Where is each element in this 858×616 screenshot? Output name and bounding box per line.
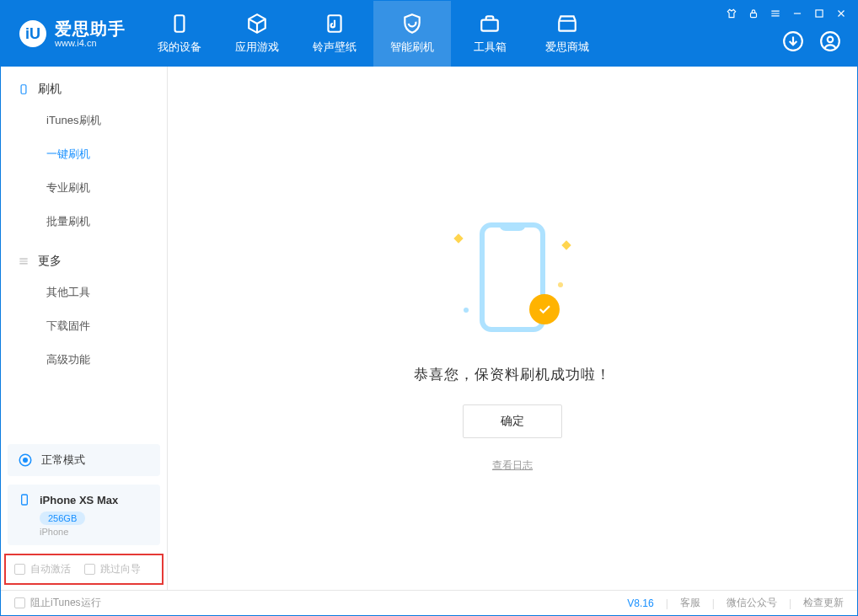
main-content: 恭喜您，保资料刷机成功啦！ 确定 查看日志 — [168, 67, 857, 590]
version-label: V8.16 — [627, 597, 653, 609]
device-card[interactable]: iPhone XS Max 256GB iPhone — [8, 485, 160, 545]
sidebar-section-more: 更多 — [1, 238, 167, 276]
sidebar-item-oneclick-flash[interactable]: 一键刷机 — [1, 137, 167, 171]
device-mode[interactable]: 正常模式 — [8, 444, 160, 476]
checkbox-label: 自动激活 — [30, 562, 71, 576]
download-button[interactable] — [780, 29, 806, 54]
header: iU 爱思助手 www.i4.cn 我的设备 应用游戏 铃声壁纸 智能刷机 工具… — [1, 1, 857, 67]
footer-link-support[interactable]: 客服 — [680, 596, 700, 610]
cube-icon — [246, 13, 268, 35]
tab-apps[interactable]: 应用游戏 — [218, 1, 296, 67]
toolbox-icon — [479, 13, 501, 35]
sidebar-item-advanced[interactable]: 高级功能 — [1, 343, 167, 377]
tab-my-device[interactable]: 我的设备 — [141, 1, 218, 67]
tab-label: 工具箱 — [474, 40, 507, 55]
music-file-icon — [324, 13, 346, 35]
flash-options: 自动激活 跳过向导 — [4, 554, 164, 585]
maximize-button[interactable] — [812, 7, 826, 20]
svg-point-8 — [828, 37, 834, 43]
phone-icon — [18, 493, 31, 506]
check-badge-icon — [529, 294, 560, 324]
checkbox-icon — [14, 597, 25, 608]
svg-point-11 — [24, 458, 28, 463]
lock-icon[interactable] — [747, 7, 760, 20]
user-button[interactable] — [818, 29, 843, 54]
sidebar-item-other-tools[interactable]: 其他工具 — [1, 276, 167, 309]
app-site: www.i4.cn — [55, 38, 126, 48]
device-name: iPhone XS Max — [40, 494, 118, 506]
svg-rect-2 — [481, 20, 498, 31]
checkbox-skip-guide[interactable]: 跳过向导 — [84, 562, 141, 576]
mode-label: 正常模式 — [41, 453, 85, 468]
device-icon — [18, 83, 29, 95]
footer-link-update[interactable]: 检查更新 — [803, 596, 844, 610]
tab-label: 我的设备 — [158, 40, 201, 55]
checkbox-label: 阻止iTunes运行 — [30, 596, 101, 610]
svg-rect-5 — [816, 10, 823, 17]
section-title: 刷机 — [38, 82, 62, 97]
sidebar-item-batch-flash[interactable]: 批量刷机 — [1, 205, 167, 238]
svg-rect-3 — [559, 21, 576, 31]
checkbox-auto-activate[interactable]: 自动激活 — [14, 562, 71, 576]
tab-store[interactable]: 爱思商城 — [528, 1, 606, 67]
store-icon — [556, 13, 578, 35]
app-title: 爱思助手 — [55, 19, 126, 38]
view-log-link[interactable]: 查看日志 — [492, 458, 533, 473]
checkbox-icon — [14, 564, 25, 575]
tab-label: 爱思商城 — [545, 40, 589, 55]
header-actions — [780, 29, 843, 54]
logo-area: iU 爱思助手 www.i4.cn — [1, 1, 141, 67]
checkbox-block-itunes[interactable]: 阻止iTunes运行 — [14, 596, 101, 610]
tab-ringtones[interactable]: 铃声壁纸 — [296, 1, 373, 67]
sidebar-section-flash: 刷机 — [1, 67, 167, 104]
footer-link-wechat[interactable]: 微信公众号 — [727, 596, 777, 610]
shirt-icon[interactable] — [725, 7, 738, 20]
success-illustration — [437, 210, 588, 345]
close-button[interactable] — [834, 7, 848, 20]
menu-icon[interactable] — [769, 7, 782, 20]
phone-icon — [169, 13, 190, 35]
sidebar-item-itunes-flash[interactable]: iTunes刷机 — [1, 104, 167, 137]
shield-refresh-icon — [401, 13, 423, 35]
nav-tabs: 我的设备 应用游戏 铃声壁纸 智能刷机 工具箱 爱思商城 — [141, 1, 606, 67]
checkbox-icon — [84, 564, 95, 575]
footer: 阻止iTunes运行 V8.16 | 客服 | 微信公众号 | 检查更新 — [1, 590, 857, 615]
svg-rect-4 — [751, 13, 757, 17]
svg-rect-12 — [22, 495, 28, 505]
window-controls — [725, 7, 848, 20]
sidebar-item-pro-flash[interactable]: 专业刷机 — [1, 171, 167, 205]
svg-rect-9 — [21, 85, 26, 94]
device-type: iPhone — [40, 527, 150, 537]
tab-label: 应用游戏 — [235, 40, 279, 55]
mode-icon — [18, 453, 33, 468]
success-message: 恭喜您，保资料刷机成功啦！ — [414, 365, 611, 384]
tab-flash[interactable]: 智能刷机 — [373, 1, 451, 67]
tab-label: 铃声壁纸 — [313, 40, 357, 55]
device-capacity: 256GB — [40, 512, 85, 525]
svg-rect-0 — [175, 15, 185, 32]
tab-label: 智能刷机 — [390, 40, 434, 55]
ok-button[interactable]: 确定 — [463, 404, 562, 438]
minimize-button[interactable] — [791, 7, 804, 20]
app-logo-icon: iU — [19, 20, 46, 47]
sidebar: 刷机 iTunes刷机 一键刷机 专业刷机 批量刷机 更多 其他工具 下载固件 … — [1, 67, 168, 590]
checkbox-label: 跳过向导 — [100, 562, 141, 576]
list-icon — [18, 255, 29, 267]
tab-toolbox[interactable]: 工具箱 — [451, 1, 528, 67]
section-title: 更多 — [38, 254, 62, 269]
sidebar-item-download-firmware[interactable]: 下载固件 — [1, 309, 167, 343]
